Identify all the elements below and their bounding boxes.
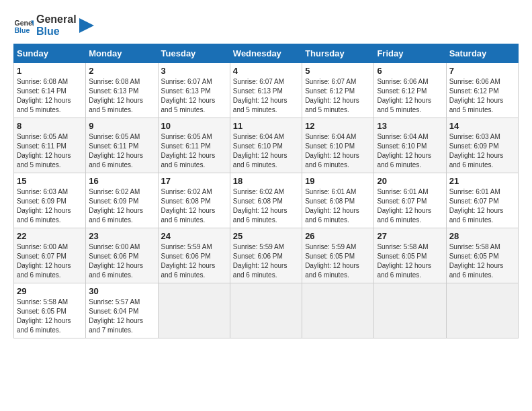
- day-info: Sunrise: 5:58 AM Sunset: 6:05 PM Dayligh…: [377, 242, 443, 280]
- day-info: Sunrise: 6:06 AM Sunset: 6:12 PM Dayligh…: [449, 77, 515, 115]
- dow-header-tuesday: Tuesday: [158, 44, 230, 63]
- day-number: 27: [377, 231, 443, 241]
- day-cell-6: 6Sunrise: 6:06 AM Sunset: 6:12 PM Daylig…: [374, 63, 446, 118]
- day-number: 11: [233, 121, 299, 131]
- day-number: 28: [449, 231, 515, 241]
- day-cell-11: 11Sunrise: 6:04 AM Sunset: 6:10 PM Dayli…: [230, 118, 302, 173]
- logo: General Blue General Blue: [13, 13, 94, 37]
- empty-cell: [302, 283, 374, 338]
- day-info: Sunrise: 6:08 AM Sunset: 6:13 PM Dayligh…: [89, 77, 154, 115]
- day-info: Sunrise: 6:02 AM Sunset: 6:09 PM Dayligh…: [89, 187, 154, 225]
- empty-cell: [446, 283, 518, 338]
- day-info: Sunrise: 5:59 AM Sunset: 6:05 PM Dayligh…: [305, 242, 371, 280]
- day-cell-30: 30Sunrise: 5:57 AM Sunset: 6:04 PM Dayli…: [86, 283, 158, 338]
- day-cell-21: 21Sunrise: 6:01 AM Sunset: 6:07 PM Dayli…: [446, 173, 518, 228]
- day-cell-9: 9Sunrise: 6:05 AM Sunset: 6:11 PM Daylig…: [86, 118, 158, 173]
- day-info: Sunrise: 6:02 AM Sunset: 6:08 PM Dayligh…: [161, 187, 227, 225]
- dow-header-sunday: Sunday: [14, 44, 86, 63]
- day-info: Sunrise: 5:58 AM Sunset: 6:05 PM Dayligh…: [17, 298, 83, 335]
- day-number: 15: [17, 176, 83, 186]
- day-cell-23: 23Sunrise: 6:00 AM Sunset: 6:06 PM Dayli…: [86, 228, 158, 283]
- day-info: Sunrise: 6:06 AM Sunset: 6:12 PM Dayligh…: [377, 77, 443, 115]
- day-number: 9: [89, 121, 154, 131]
- dow-header-thursday: Thursday: [302, 44, 374, 63]
- day-info: Sunrise: 6:01 AM Sunset: 6:07 PM Dayligh…: [377, 187, 443, 225]
- logo-icon: General Blue: [13, 15, 34, 36]
- day-cell-15: 15Sunrise: 6:03 AM Sunset: 6:09 PM Dayli…: [14, 173, 86, 228]
- dow-header-friday: Friday: [374, 44, 446, 63]
- day-info: Sunrise: 5:59 AM Sunset: 6:06 PM Dayligh…: [161, 242, 227, 280]
- day-number: 17: [161, 176, 227, 186]
- day-cell-19: 19Sunrise: 6:01 AM Sunset: 6:08 PM Dayli…: [302, 173, 374, 228]
- day-info: Sunrise: 6:01 AM Sunset: 6:08 PM Dayligh…: [305, 187, 371, 225]
- day-info: Sunrise: 6:07 AM Sunset: 6:12 PM Dayligh…: [305, 77, 371, 115]
- calendar-row: 8Sunrise: 6:05 AM Sunset: 6:11 PM Daylig…: [14, 118, 519, 173]
- day-number: 7: [449, 66, 515, 76]
- day-number: 4: [233, 66, 299, 76]
- day-info: Sunrise: 6:01 AM Sunset: 6:07 PM Dayligh…: [449, 187, 515, 225]
- day-number: 24: [161, 231, 227, 241]
- day-cell-28: 28Sunrise: 5:58 AM Sunset: 6:05 PM Dayli…: [446, 228, 518, 283]
- day-number: 30: [89, 286, 154, 296]
- day-info: Sunrise: 6:05 AM Sunset: 6:11 PM Dayligh…: [161, 132, 227, 170]
- day-cell-17: 17Sunrise: 6:02 AM Sunset: 6:08 PM Dayli…: [158, 173, 230, 228]
- day-cell-5: 5Sunrise: 6:07 AM Sunset: 6:12 PM Daylig…: [302, 63, 374, 118]
- day-info: Sunrise: 6:03 AM Sunset: 6:09 PM Dayligh…: [17, 187, 83, 225]
- day-info: Sunrise: 6:07 AM Sunset: 6:13 PM Dayligh…: [233, 77, 299, 115]
- day-info: Sunrise: 6:04 AM Sunset: 6:10 PM Dayligh…: [233, 132, 299, 170]
- day-info: Sunrise: 6:08 AM Sunset: 6:14 PM Dayligh…: [17, 77, 83, 115]
- day-number: 14: [449, 121, 515, 131]
- svg-marker-3: [79, 18, 94, 33]
- day-cell-14: 14Sunrise: 6:03 AM Sunset: 6:09 PM Dayli…: [446, 118, 518, 173]
- day-info: Sunrise: 6:05 AM Sunset: 6:11 PM Dayligh…: [17, 132, 83, 170]
- svg-text:Blue: Blue: [15, 26, 30, 34]
- day-info: Sunrise: 6:00 AM Sunset: 6:07 PM Dayligh…: [17, 242, 83, 280]
- day-number: 29: [17, 286, 83, 296]
- day-cell-7: 7Sunrise: 6:06 AM Sunset: 6:12 PM Daylig…: [446, 63, 518, 118]
- day-number: 20: [377, 176, 443, 186]
- day-cell-3: 3Sunrise: 6:07 AM Sunset: 6:13 PM Daylig…: [158, 63, 230, 118]
- day-info: Sunrise: 6:07 AM Sunset: 6:13 PM Dayligh…: [161, 77, 227, 115]
- day-number: 10: [161, 121, 227, 131]
- day-cell-25: 25Sunrise: 5:59 AM Sunset: 6:06 PM Dayli…: [230, 228, 302, 283]
- day-number: 18: [233, 176, 299, 186]
- day-number: 19: [305, 176, 371, 186]
- calendar-row: 22Sunrise: 6:00 AM Sunset: 6:07 PM Dayli…: [14, 228, 519, 283]
- logo-arrow-icon: [79, 18, 94, 33]
- day-info: Sunrise: 6:02 AM Sunset: 6:08 PM Dayligh…: [233, 187, 299, 225]
- day-info: Sunrise: 5:58 AM Sunset: 6:05 PM Dayligh…: [449, 242, 515, 280]
- day-cell-22: 22Sunrise: 6:00 AM Sunset: 6:07 PM Dayli…: [14, 228, 86, 283]
- day-info: Sunrise: 6:04 AM Sunset: 6:10 PM Dayligh…: [377, 132, 443, 170]
- day-cell-2: 2Sunrise: 6:08 AM Sunset: 6:13 PM Daylig…: [86, 63, 158, 118]
- dow-header-saturday: Saturday: [446, 44, 518, 63]
- header: General Blue General Blue: [13, 13, 519, 37]
- day-cell-24: 24Sunrise: 5:59 AM Sunset: 6:06 PM Dayli…: [158, 228, 230, 283]
- day-info: Sunrise: 6:05 AM Sunset: 6:11 PM Dayligh…: [89, 132, 154, 170]
- dow-header-monday: Monday: [86, 44, 158, 63]
- day-number: 22: [17, 231, 83, 241]
- day-number: 26: [305, 231, 371, 241]
- day-cell-1: 1Sunrise: 6:08 AM Sunset: 6:14 PM Daylig…: [14, 63, 86, 118]
- day-number: 25: [233, 231, 299, 241]
- day-number: 23: [89, 231, 154, 241]
- calendar-table: SundayMondayTuesdayWednesdayThursdayFrid…: [13, 44, 519, 338]
- day-info: Sunrise: 6:03 AM Sunset: 6:09 PM Dayligh…: [449, 132, 515, 170]
- day-cell-10: 10Sunrise: 6:05 AM Sunset: 6:11 PM Dayli…: [158, 118, 230, 173]
- day-cell-8: 8Sunrise: 6:05 AM Sunset: 6:11 PM Daylig…: [14, 118, 86, 173]
- day-info: Sunrise: 5:59 AM Sunset: 6:06 PM Dayligh…: [233, 242, 299, 280]
- day-cell-4: 4Sunrise: 6:07 AM Sunset: 6:13 PM Daylig…: [230, 63, 302, 118]
- empty-cell: [158, 283, 230, 338]
- day-number: 6: [377, 66, 443, 76]
- logo-general: General: [36, 13, 77, 26]
- day-number: 8: [17, 121, 83, 131]
- day-number: 1: [17, 66, 83, 76]
- day-number: 3: [161, 66, 227, 76]
- day-cell-18: 18Sunrise: 6:02 AM Sunset: 6:08 PM Dayli…: [230, 173, 302, 228]
- day-number: 21: [449, 176, 515, 186]
- logo-blue: Blue: [36, 26, 77, 38]
- day-info: Sunrise: 6:00 AM Sunset: 6:06 PM Dayligh…: [89, 242, 154, 280]
- day-cell-27: 27Sunrise: 5:58 AM Sunset: 6:05 PM Dayli…: [374, 228, 446, 283]
- dow-header-wednesday: Wednesday: [230, 44, 302, 63]
- day-number: 12: [305, 121, 371, 131]
- empty-cell: [374, 283, 446, 338]
